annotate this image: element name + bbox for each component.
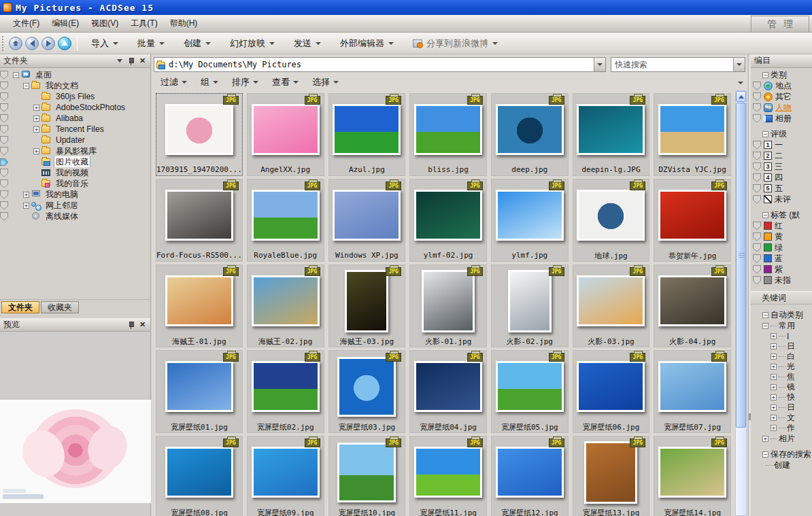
expand-icon[interactable]: + [33,148,39,154]
shield-icon[interactable] [0,201,8,210]
expand-icon[interactable]: + [23,192,29,198]
thumbnail-image[interactable] [252,104,320,155]
tree-item-Alibaba[interactable]: +Alibaba [0,113,150,124]
expand-icon[interactable]: + [771,384,777,390]
filter-button-组[interactable]: 组 [194,74,225,90]
thumbnail-image[interactable] [658,447,726,498]
shield-icon[interactable] [753,222,761,230]
thumbnail-image[interactable] [658,190,726,241]
auto-category-item[interactable]: +快 [751,392,812,402]
thumbnail-image[interactable] [252,190,320,241]
thumbnail-cell[interactable]: JPG宽屏壁纸06.jpg [573,350,650,433]
shield-icon[interactable] [0,147,8,156]
address-bar[interactable]: d:\My Documents\My Pictures [154,57,606,72]
shield-icon[interactable] [753,254,761,263]
preview-close-button[interactable]: ✕ [138,320,147,329]
thumbnail-image[interactable] [165,104,233,155]
tree-item-我的文档[interactable]: −我的文档 [0,80,150,91]
thumbnail-image[interactable] [414,190,482,241]
tree-item-360js Files[interactable]: 360js Files [0,91,150,102]
thumbnail-image[interactable] [165,190,233,241]
collapse-icon[interactable]: − [13,72,19,78]
forward-button[interactable] [41,37,55,50]
thumbnail-cell[interactable]: JPG海贼王-03.jpg [328,264,406,347]
catalog-item-绿[interactable]: 绿 [751,242,812,253]
thumbnail-cell[interactable]: JPG宽屏壁纸03.jpg [328,350,406,433]
expand-icon[interactable]: + [762,436,768,442]
thumbnail-cell[interactable]: JPG宽屏壁纸02.jpg [247,350,324,433]
thumbnail-cell[interactable]: JPG宽屏壁纸09.jpg [247,436,324,516]
thumbnail-image[interactable] [658,104,726,155]
catalog-item-其它[interactable]: 其它 [751,91,812,102]
expand-icon[interactable]: + [771,415,777,421]
thumbnail-image[interactable] [165,361,233,412]
tree-item-AdobeStockPhotos[interactable]: +AdobeStockPhotos [0,102,150,113]
shield-icon[interactable] [0,82,8,90]
search-dropdown-button[interactable] [733,58,745,71]
shield-icon[interactable] [753,173,761,182]
tree-item-暴风影视库[interactable]: +暴风影视库 [0,145,150,156]
shield-icon[interactable] [753,141,761,150]
expand-icon[interactable]: + [771,425,777,431]
thumbnail-cell[interactable]: JPG宽屏壁纸12.jpg [491,436,569,516]
tree-item-我的视频[interactable]: 我的视频 [0,167,150,178]
tree-item-Tencent Files[interactable]: +Tencent Files [0,124,150,135]
tab-收藏夹[interactable]: 收藏夹 [41,301,79,313]
shield-icon[interactable] [0,136,8,145]
thumbnail-cell[interactable]: JPG宽屏壁纸11.jpg [409,436,487,516]
expand-icon[interactable]: + [771,405,777,411]
auto-category-item[interactable]: +光 [751,362,812,372]
vertical-scrollbar[interactable] [735,90,747,516]
thumbnail-cell[interactable]: JPG宽屏壁纸10.jpg [328,436,406,516]
panel-menu-button[interactable] [115,56,124,65]
shield-icon[interactable] [753,276,761,285]
thumbnail-cell[interactable]: JPG火影-01.jpg [409,264,487,347]
thumbnail-image[interactable] [577,361,645,412]
thumbnail-cell[interactable]: JPGDZVista YJC.jpg [654,93,731,176]
shield-icon[interactable] [0,92,8,101]
share-weibo-button[interactable]: 分享到新浪微博 [403,34,507,53]
manage-mode-button[interactable]: 管理 [751,16,809,32]
thumbnail-cell[interactable]: JPG地球.jpg [573,179,650,262]
catalog-section-自动类别[interactable]: −自动类别 [751,309,812,320]
catalog-item-二[interactable]: 2二 [751,150,812,161]
tree-item-桌面[interactable]: −桌面 [0,69,150,80]
tree-item-图片收藏[interactable]: 图片收藏 [0,156,150,167]
auto-category-item[interactable]: +作 [751,423,812,433]
collapse-icon[interactable]: − [762,72,768,78]
catalog-section-保存的搜索[interactable]: −保存的搜索 [751,449,812,460]
expand-icon[interactable]: + [771,364,777,370]
thumbnail-image[interactable] [252,447,320,498]
toolbar-grip[interactable] [2,36,5,51]
tree-item-我的音乐[interactable]: 我的音乐 [0,178,150,189]
catalog-section-标签 (默[interactable]: −标签 (默 [751,209,812,220]
toolbar-button-创建[interactable]: 创建 [174,34,220,53]
menu-item[interactable]: 编辑(E) [46,16,85,31]
expand-icon[interactable]: + [33,105,39,111]
thumbnail-image[interactable] [496,190,564,241]
thumbnail-cell[interactable]: JPGAzul.jpg [328,93,406,176]
auto-category-item[interactable]: +焦 [751,372,812,382]
catalog-section-类别[interactable]: −类别 [751,69,812,80]
menu-item[interactable]: 工具(T) [124,16,163,31]
thumbnail-cell[interactable]: JPG火影-02.jpg [491,264,569,347]
toolbar-button-导入[interactable]: 导入 [82,34,128,53]
filter-button-查看[interactable]: 查看 [265,74,305,90]
thumbnail-cell[interactable]: JPGAngelXX.jpg [247,93,324,176]
thumbnail-image[interactable] [577,275,645,326]
auto-category-photo[interactable]: +相片 [751,433,812,444]
filter-button-选择[interactable]: 选择 [305,74,345,90]
catalog-item-一[interactable]: 1一 [751,139,812,150]
shield-icon[interactable] [753,233,761,241]
catalog-subsection-常用[interactable]: −常用 [751,320,812,331]
quick-search-box[interactable]: 快速搜索 [611,57,745,72]
thumbnail-image[interactable] [577,190,645,241]
auto-category-item[interactable]: +文 [751,413,812,423]
shield-icon[interactable] [753,103,761,112]
shield-icon[interactable] [753,114,761,123]
back-button[interactable] [25,37,39,50]
collapse-icon[interactable]: − [762,451,768,458]
thumbnail-image[interactable] [252,361,320,412]
collapse-icon[interactable]: − [23,83,29,89]
thumbnail-image[interactable] [496,447,564,498]
